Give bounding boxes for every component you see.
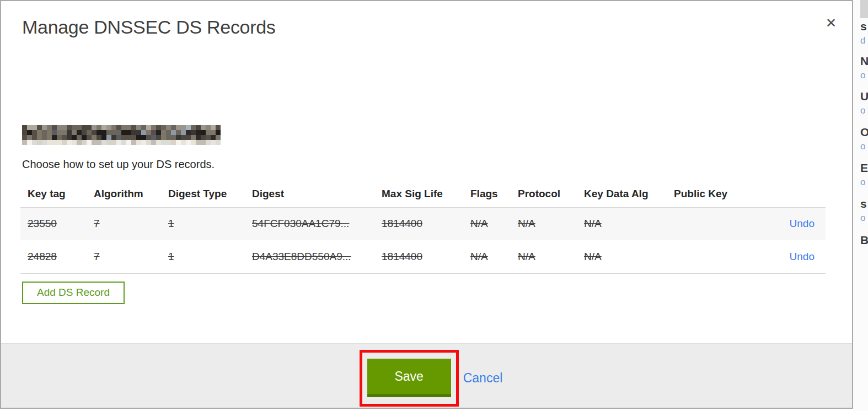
redaction-pixel <box>37 135 42 140</box>
redaction-pixel <box>211 130 216 135</box>
redaction-pixel <box>146 135 151 140</box>
redaction-pixel <box>111 135 116 140</box>
redaction-pixel <box>97 130 101 135</box>
ds-records-description: Choose how to set up your DS records. <box>22 158 852 171</box>
redaction-pixel <box>186 130 191 135</box>
redaction-pixel <box>106 130 111 135</box>
redaction-pixel <box>181 125 186 130</box>
table-cell: 7 <box>87 240 161 273</box>
table-cell: N/A <box>511 240 577 273</box>
annotation-highlight-box: Save <box>360 350 459 407</box>
redaction-pixel <box>131 130 136 135</box>
redaction-pixel <box>171 130 176 135</box>
redaction-pixel <box>216 125 221 130</box>
redaction-pixel <box>161 130 166 135</box>
background-text-fragment: N <box>860 55 868 68</box>
redaction-pixel <box>87 130 92 135</box>
redaction-pixel <box>72 135 77 140</box>
redaction-pixel <box>126 135 131 140</box>
redaction-pixel <box>82 140 87 145</box>
redaction-pixel <box>121 130 126 135</box>
redaction-pixel <box>57 130 62 135</box>
table-body: 235507154FCF030AA1C79...1814400N/AN/AN/A… <box>20 207 826 273</box>
background-text-fragment: o <box>860 70 865 81</box>
table-row: 2482871D4A33E8DD550A9...1814400N/AN/AN/A… <box>20 240 826 273</box>
redaction-pixel <box>77 140 82 145</box>
redaction-pixel <box>101 135 106 140</box>
redaction-pixel <box>166 130 171 135</box>
redacted-domain-name <box>22 125 221 145</box>
table-cell: N/A <box>577 207 667 240</box>
redaction-pixel <box>131 140 136 145</box>
redaction-pixel <box>171 125 176 130</box>
column-header-key-data-alg: Key Data Alg <box>577 181 667 207</box>
redaction-pixel <box>126 125 131 130</box>
redaction-pixel <box>156 140 161 145</box>
column-header-flags: Flags <box>463 181 511 207</box>
redaction-pixel <box>121 135 126 140</box>
table-cell-actions: Undo <box>755 240 826 273</box>
redaction-pixel <box>181 135 186 140</box>
redaction-pixel <box>42 140 47 145</box>
table-header-row: Key tag Algorithm Digest Type Digest Max… <box>20 181 826 207</box>
redaction-pixel <box>37 125 42 130</box>
undo-link[interactable]: Undo <box>790 251 815 262</box>
footer-actions: Save Cancel <box>6 350 856 407</box>
close-icon[interactable]: ✕ <box>822 14 840 32</box>
redaction-pixel <box>136 130 141 135</box>
redaction-pixel <box>27 125 32 130</box>
redaction-pixel <box>101 140 106 145</box>
redaction-pixel <box>72 125 77 130</box>
table-cell: 24828 <box>20 240 87 273</box>
table-cell: 1 <box>161 240 245 273</box>
table-cell: 23550 <box>20 207 87 240</box>
redaction-pixel <box>22 140 27 145</box>
table-cell <box>667 240 755 273</box>
redaction-pixel <box>156 125 161 130</box>
redaction-pixel <box>77 135 82 140</box>
redaction-pixel <box>151 130 156 135</box>
redaction-pixel <box>146 125 151 130</box>
redaction-pixel <box>161 125 166 130</box>
undo-link[interactable]: Undo <box>790 218 815 229</box>
redaction-pixel <box>67 125 72 130</box>
redaction-pixel <box>101 125 106 130</box>
redaction-pixel <box>82 125 87 130</box>
redaction-pixel <box>151 140 156 145</box>
redaction-pixel <box>77 130 82 135</box>
redaction-pixel <box>97 125 101 130</box>
redaction-pixel <box>176 135 181 140</box>
redaction-pixel <box>62 125 67 130</box>
background-text-fragment: o <box>860 105 865 116</box>
background-text-fragment: s <box>860 197 867 210</box>
redaction-pixel <box>111 125 116 130</box>
screen: sdNoUoOoEosoB Manage DNSSEC DS Records ✕… <box>0 0 868 411</box>
redaction-pixel <box>196 140 201 145</box>
redaction-pixel <box>191 125 196 130</box>
redaction-pixel <box>106 140 111 145</box>
redaction-pixel <box>201 140 206 145</box>
column-header-actions <box>755 181 826 207</box>
redaction-pixel <box>42 130 47 135</box>
redaction-pixel <box>166 125 171 130</box>
redaction-pixel <box>186 135 191 140</box>
background-text-fragment: E <box>860 161 868 175</box>
redaction-pixel <box>92 135 97 140</box>
redaction-pixel <box>87 125 92 130</box>
cancel-link[interactable]: Cancel <box>463 371 503 386</box>
background-text-fragment: o <box>860 141 865 152</box>
redaction-pixel <box>82 130 87 135</box>
column-header-key-tag: Key tag <box>20 181 87 207</box>
redaction-pixel <box>186 140 191 145</box>
background-gray-band <box>860 0 868 18</box>
add-ds-record-button[interactable]: Add DS Record <box>22 282 125 304</box>
column-header-digest-type: Digest Type <box>161 181 245 207</box>
redaction-pixel <box>176 140 181 145</box>
redaction-pixel <box>141 125 146 130</box>
redaction-pixel <box>161 140 166 145</box>
redaction-pixel <box>97 135 101 140</box>
table-cell <box>667 207 755 240</box>
redaction-pixel <box>77 125 82 130</box>
save-button[interactable]: Save <box>367 359 451 397</box>
redaction-pixel <box>201 125 206 130</box>
